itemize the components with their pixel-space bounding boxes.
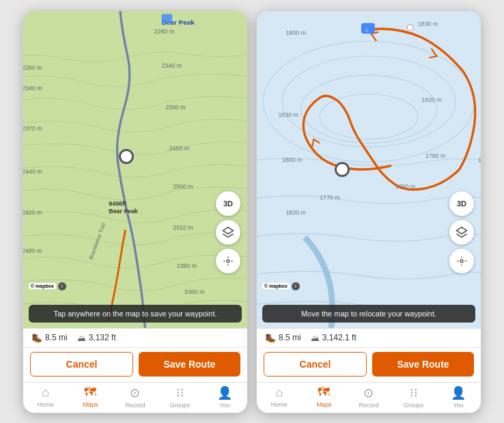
- info-icon[interactable]: i: [58, 282, 66, 290]
- elevation-value: 3,132 ft: [89, 333, 116, 342]
- right-location-button[interactable]: [449, 249, 474, 273]
- svg-text:1620 m: 1620 m: [421, 96, 441, 103]
- you-label: You: [220, 402, 230, 409]
- right-action-row: Cancel Save Route: [257, 347, 481, 382]
- right-map-controls: 3D: [449, 191, 474, 273]
- svg-point-22: [263, 41, 474, 162]
- svg-text:2260 m: 2260 m: [23, 64, 42, 71]
- record-icon: ⊙: [130, 385, 140, 400]
- maps-label: Maps: [83, 401, 98, 408]
- right-layers-button[interactable]: [449, 220, 474, 245]
- right-maps-icon: 🗺: [318, 385, 330, 400]
- right-bottom-nav: ⌂ Home 🗺 Maps ⊙ Record ⁝⁝ Groups 👤 You: [257, 382, 481, 413]
- svg-text:⌂: ⌂: [365, 25, 368, 32]
- right-3d-button[interactable]: 3D: [449, 191, 474, 216]
- svg-text:2380 m: 2380 m: [177, 262, 197, 269]
- left-action-row: Cancel Save Route: [23, 347, 247, 382]
- left-nav-home[interactable]: ⌂ Home: [23, 385, 68, 409]
- layers-button[interactable]: [216, 220, 240, 245]
- svg-point-23: [282, 56, 456, 147]
- distance-icon: 🥾: [31, 333, 42, 343]
- left-stats-bar: 🥾 8.5 mi ⛰ 3,132 ft: [23, 328, 247, 347]
- record-label: Record: [125, 402, 145, 409]
- svg-text:2510 m: 2510 m: [173, 224, 193, 231]
- right-mapbox-attribution: © mapbox i: [262, 282, 300, 290]
- right-nav-home[interactable]: ⌂ Home: [257, 385, 302, 409]
- svg-text:2440 m: 2440 m: [23, 167, 42, 174]
- svg-point-20: [227, 260, 229, 262]
- right-waypoint-marker: [335, 162, 350, 177]
- mapbox-logo: © mapbox: [29, 283, 56, 289]
- left-nav-groups[interactable]: ⁝⁝ Groups: [158, 385, 203, 409]
- 3d-button[interactable]: 3D: [216, 191, 240, 216]
- svg-marker-19: [223, 227, 234, 234]
- right-info-icon[interactable]: i: [292, 282, 300, 290]
- waypoint-marker: [119, 149, 134, 164]
- svg-text:3360 m: 3360 m: [184, 288, 204, 295]
- svg-text:2370 m: 2370 m: [23, 124, 42, 131]
- you-icon: 👤: [217, 385, 232, 400]
- svg-text:Bear Peak: Bear Peak: [162, 18, 195, 25]
- elevation-stat: ⛰ 3,132 ft: [77, 333, 116, 343]
- right-distance-stat: 🥾 8.5 mi: [265, 333, 301, 343]
- svg-text:1780 m: 1780 m: [425, 152, 445, 159]
- right-elevation-icon: ⛰: [311, 333, 320, 343]
- right-map[interactable]: 1800 m 1830 m 1620 m 1830 m 1800 m 1770 …: [257, 11, 481, 328]
- groups-label: Groups: [170, 402, 191, 409]
- right-elevation-value: 3,142.1 ft: [322, 333, 356, 342]
- right-nav-you[interactable]: 👤 You: [436, 385, 481, 409]
- svg-marker-39: [457, 227, 467, 234]
- svg-text:1830 m: 1830 m: [278, 111, 298, 118]
- svg-text:1760 m: 1760 m: [395, 182, 415, 189]
- svg-text:8456ft: 8456ft: [109, 200, 126, 207]
- svg-text:1810 m: 1810 m: [478, 156, 481, 163]
- right-phone: 1800 m 1830 m 1620 m 1830 m 1800 m 1770 …: [256, 10, 481, 413]
- svg-text:2260 m: 2260 m: [154, 28, 174, 35]
- right-toast: Move the map to relocate your waypoint.: [262, 305, 475, 323]
- right-cancel-button[interactable]: Cancel: [264, 352, 367, 377]
- main-container: 2260 m 2340 m 2370 m 2440 m 2420 m 2480 …: [16, 3, 488, 420]
- svg-point-40: [460, 260, 463, 262]
- left-bottom-nav: ⌂ Home 🗺 Maps ⊙ Record ⁝⁝ Groups 👤 You: [23, 382, 247, 413]
- left-map[interactable]: 2260 m 2340 m 2370 m 2440 m 2420 m 2480 …: [23, 11, 247, 328]
- left-nav-you[interactable]: 👤 You: [202, 385, 247, 409]
- home-label: Home: [38, 401, 54, 408]
- svg-point-25: [320, 94, 418, 139]
- right-home-icon: ⌂: [275, 385, 283, 400]
- svg-text:Brambletoe Trail: Brambletoe Trail: [87, 222, 107, 260]
- svg-text:1800 m: 1800 m: [285, 29, 305, 36]
- mapbox-attribution: © mapbox i: [29, 282, 66, 290]
- right-you-icon: 👤: [451, 385, 466, 400]
- left-save-button[interactable]: Save Route: [139, 352, 240, 377]
- right-you-label: You: [453, 402, 464, 409]
- left-cancel-button[interactable]: Cancel: [30, 352, 133, 377]
- svg-rect-17: [162, 14, 172, 23]
- right-save-button[interactable]: Save Route: [372, 352, 474, 377]
- svg-text:1770 m: 1770 m: [320, 194, 339, 201]
- svg-text:2340 m: 2340 m: [162, 62, 182, 68]
- svg-text:2480 m: 2480 m: [23, 247, 42, 254]
- svg-point-38: [407, 24, 413, 30]
- distance-value: 8.5 mi: [45, 333, 68, 342]
- left-nav-record[interactable]: ⊙ Record: [113, 385, 158, 409]
- right-nav-record[interactable]: ⊙ Record: [346, 385, 391, 409]
- svg-point-24: [301, 74, 437, 142]
- svg-rect-21: [257, 11, 481, 328]
- left-toast: Tap anywhere on the map to save your way…: [29, 305, 242, 323]
- right-elevation-stat: ⛰ 3,142.1 ft: [311, 333, 356, 343]
- left-nav-maps[interactable]: 🗺 Maps: [68, 385, 113, 409]
- svg-text:1830 m: 1830 m: [285, 209, 305, 216]
- svg-text:1800 m: 1800 m: [282, 156, 302, 163]
- right-nav-groups[interactable]: ⁝⁝ Groups: [391, 385, 436, 409]
- distance-stat: 🥾 8.5 mi: [31, 333, 68, 343]
- svg-text:2450 m: 2450 m: [169, 145, 189, 152]
- home-icon: ⌂: [42, 385, 49, 400]
- right-record-icon: ⊙: [363, 385, 374, 400]
- elevation-icon: ⛰: [77, 333, 86, 343]
- svg-rect-36: [361, 23, 375, 33]
- location-button[interactable]: [216, 249, 240, 273]
- right-home-label: Home: [271, 401, 288, 408]
- right-nav-maps[interactable]: 🗺 Maps: [302, 385, 347, 409]
- svg-text:2500 m: 2500 m: [173, 182, 193, 189]
- right-groups-icon: ⁝⁝: [410, 385, 418, 400]
